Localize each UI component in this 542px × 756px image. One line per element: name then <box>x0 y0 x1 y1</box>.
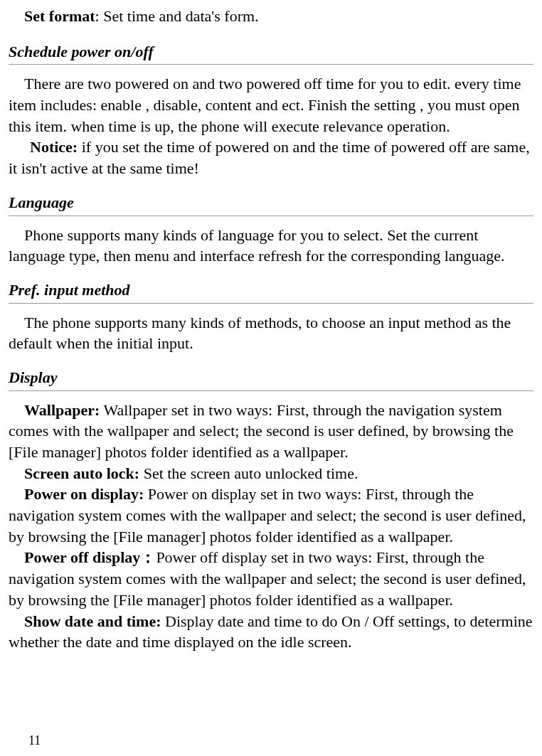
notice-text: if you set the time of powered on and th… <box>9 138 530 177</box>
wallpaper-label: Wallpaper: <box>24 401 100 419</box>
section-schedule: Schedule power on/off There are two powe… <box>9 41 533 179</box>
set-format-label: Set format <box>24 7 95 25</box>
section-language: Language Phone supports many kinds of la… <box>9 192 533 267</box>
show-date-time-label: Show date and time: <box>24 612 161 630</box>
page-number: 11 <box>28 732 41 749</box>
set-format-text: : Set time and data's form. <box>95 7 259 25</box>
display-wallpaper: Wallpaper: Wallpaper set in two ways: Fi… <box>9 400 533 463</box>
display-power-off: Power off display：Power off display set … <box>9 547 533 610</box>
power-off-label: Power off display： <box>24 548 156 566</box>
heading-schedule: Schedule power on/off <box>9 41 533 65</box>
heading-language: Language <box>9 192 533 216</box>
heading-pref-input: Pref. input method <box>9 279 533 304</box>
set-format-line: Set format: Set time and data's form. <box>9 6 533 27</box>
section-pref-input: Pref. input method The phone supports ma… <box>9 279 533 354</box>
screen-auto-lock-label: Screen auto lock: <box>24 464 139 482</box>
heading-display: Display <box>9 367 533 391</box>
pref-input-body: The phone supports many kinds of methods… <box>9 312 533 354</box>
schedule-body: There are two powered on and two powered… <box>9 73 533 137</box>
display-power-on: Power on display: Power on display set i… <box>9 484 533 547</box>
language-body: Phone supports many kinds of language fo… <box>9 225 533 267</box>
screen-auto-lock-text: Set the screen auto unlocked time. <box>139 464 358 482</box>
display-show-date-time: Show date and time: Display date and tim… <box>9 611 533 653</box>
power-on-label: Power on display: <box>24 485 144 503</box>
section-display: Display Wallpaper: Wallpaper set in two … <box>9 367 533 653</box>
notice-label: Notice: <box>30 138 78 156</box>
schedule-notice: Notice: if you set the time of powered o… <box>9 137 533 179</box>
display-screen-auto-lock: Screen auto lock: Set the screen auto un… <box>9 463 533 484</box>
